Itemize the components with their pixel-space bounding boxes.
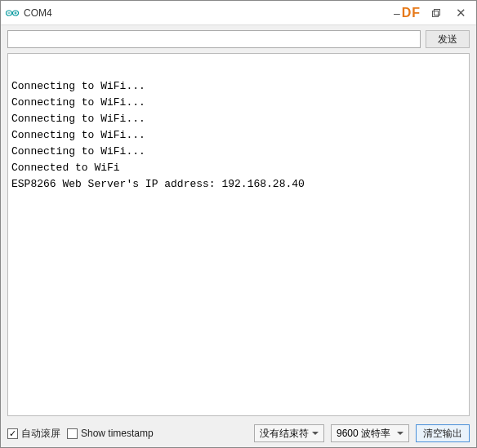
titlebar: COM4 – DF ✕ [1,1,476,25]
clear-output-button[interactable]: 清空输出 [416,424,470,442]
baud-rate-value: 9600 波特率 [337,427,390,441]
line-ending-select[interactable]: 没有结束符 [254,424,324,442]
send-button[interactable]: 发送 [426,30,470,48]
minimize-button[interactable]: – [394,7,400,20]
serial-output: Connecting to WiFi... Connecting to WiFi… [7,53,470,416]
svg-rect-6 [435,9,440,15]
arduino-icon [6,7,19,20]
serial-monitor-window: COM4 – DF ✕ 发送 Connecting to WiFi... Con… [0,0,477,448]
baud-rate-select[interactable]: 9600 波特率 [331,424,409,442]
window-title: COM4 [24,7,52,19]
send-toolbar: 发送 [1,25,476,53]
send-input[interactable] [7,30,421,48]
timestamp-checkbox[interactable]: Show timestamp [67,428,154,439]
df-watermark: DF [402,6,421,20]
autoscroll-label: 自动滚屏 [21,427,60,441]
svg-rect-5 [433,11,439,16]
autoscroll-checkbox[interactable]: 自动滚屏 [7,427,60,441]
bottom-toolbar: 自动滚屏 Show timestamp 没有结束符 9600 波特率 清空输出 [1,421,476,447]
timestamp-label: Show timestamp [81,428,154,439]
checkbox-icon [67,428,78,439]
maximize-button[interactable] [424,4,448,22]
checkbox-icon [7,428,18,439]
line-ending-value: 没有结束符 [260,427,309,441]
close-button[interactable]: ✕ [448,4,473,22]
